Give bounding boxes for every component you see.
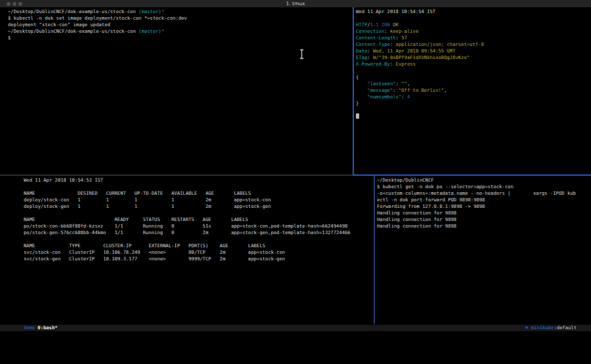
pane-top-right-http-response[interactable]: Wed 11 Apr 2018 10:54:54 IST HTTP/1.1 20… <box>356 9 484 120</box>
http-header-sep: : <box>390 61 396 67</box>
http-header-value: W/"39-0xBPf9aF1dXVNkhsxoBQgJ8vKzo" <box>373 54 470 60</box>
pods-table: NAME READY STATUS RESTARTS AGE LABELS po… <box>24 216 351 235</box>
http-header-sep: : <box>367 54 373 60</box>
terminal-cursor <box>356 113 359 119</box>
json-brace-close: } <box>356 100 359 106</box>
pane-border-vertical-top <box>353 7 354 174</box>
json-sep: : <box>393 87 399 93</box>
prompt-path: ~/Desktop/DublinCNCF/dok-example-us/stoc… <box>8 9 139 14</box>
timestamp: Wed 11 Apr 2018 10:54:53 IST <box>24 177 103 183</box>
window-title: 1. tmux <box>0 1 591 7</box>
json-key: "lastseen" <box>356 81 396 87</box>
http-header-sep: : <box>396 35 402 41</box>
tmux-status-bar: demo0:bash* ☸ minikube:default <box>0 325 591 331</box>
http-proto: HTTP <box>356 22 367 28</box>
http-header-name: Connection <box>356 28 384 34</box>
services-table: NAME TYPE CLUSTER-IP EXTERNAL-IP PORT(S)… <box>24 243 285 262</box>
pane-border-horizontal-right <box>353 174 591 176</box>
http-header-value: 57 <box>401 35 407 41</box>
json-value: "Off to Berlin!" <box>399 87 444 93</box>
kube-context: minikube <box>531 325 554 331</box>
http-header-name: X-Powered-By <box>356 61 390 67</box>
terminal-window: 1. tmux ~/Desktop/DublinCNCF/dok-example… <box>0 0 591 364</box>
kube-namespace: :default <box>554 325 577 331</box>
http-header-sep: : <box>384 28 390 34</box>
http-header-name: Content-Type <box>356 41 390 47</box>
json-brace-open: { <box>356 74 359 80</box>
http-header-name: ETag <box>356 54 367 60</box>
http-version-status: 1.1 200 <box>370 22 393 28</box>
status-right: ☸ minikube:default <box>525 325 577 331</box>
http-header-sep: : <box>367 48 373 54</box>
kubernetes-icon: ☸ <box>525 325 528 331</box>
http-header-value: Express <box>396 61 416 67</box>
json-value: 4 <box>407 94 410 100</box>
prompt-char: $ <box>8 35 11 41</box>
json-comma: , <box>444 87 447 93</box>
json-key: "message" <box>356 87 393 93</box>
http-header-value: application/json; charset=utf-8 <box>396 41 484 47</box>
prompt-path: ~/Desktop/DublinCNCF/dok-example-us/stoc… <box>8 28 139 34</box>
command-output: deployment "stock-con" image updated <box>8 22 110 28</box>
http-header-name: Content-Length <box>356 35 396 41</box>
pane-border-vertical-bottom <box>374 176 375 324</box>
pane-bottom-left-watch[interactable]: Wed 11 Apr 2018 10:54:53 IST NAME DESIRE… <box>24 177 351 262</box>
git-branch: (master) <box>139 9 162 14</box>
git-dirty-indicator: * <box>162 9 164 14</box>
http-header-value: keep-alive <box>390 28 418 34</box>
json-comma: , <box>407 81 410 87</box>
http-reason: OK <box>393 22 399 28</box>
session-name: demo <box>24 325 35 331</box>
port-forward-log: ~/Desktop/DublinCNCF $ kubectl get -n do… <box>377 177 576 229</box>
pane-top-left-shell[interactable]: ~/Desktop/DublinCNCF/dok-example-us/stoc… <box>8 9 187 41</box>
pane-bottom-right-port-forward[interactable]: ~/Desktop/DublinCNCF $ kubectl get -n do… <box>377 177 576 230</box>
json-value: "" <box>401 81 407 87</box>
command-line: $ kubectl -n dok set image deployment/st… <box>8 15 187 21</box>
window-titlebar[interactable]: 1. tmux <box>0 0 591 8</box>
mouse-cursor <box>299 49 305 59</box>
git-dirty-indicator: * <box>162 28 164 34</box>
status-left: demo0:bash* <box>24 325 58 331</box>
http-header-value: Wed, 11 Apr 2018 09:54:55 GMT <box>373 48 456 54</box>
git-branch: (master) <box>139 28 162 34</box>
window-label[interactable]: 0:bash* <box>37 325 57 331</box>
json-sep: : <box>401 94 407 100</box>
json-key: "numsymbols" <box>356 94 401 100</box>
timestamp: Wed 11 Apr 2018 10:54:54 IST <box>356 9 435 14</box>
json-sep: : <box>396 81 402 87</box>
http-header-name: Date <box>356 48 367 54</box>
deployments-table: NAME DESIRED CURRENT UP-TO-DATE AVAILABL… <box>24 190 271 209</box>
http-header-sep: : <box>390 41 396 47</box>
pane-border-horizontal-left <box>0 174 353 176</box>
